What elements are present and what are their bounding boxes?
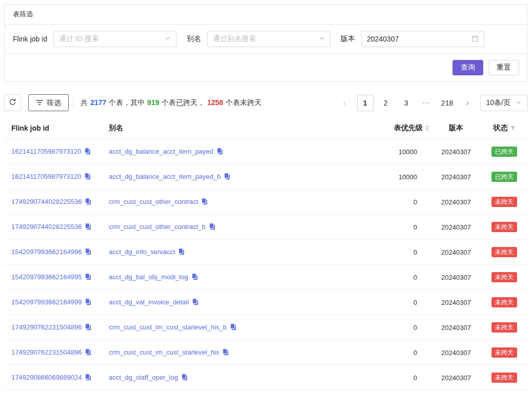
header-priority[interactable]: 表优先级	[375, 117, 431, 139]
query-button[interactable]: 查询	[452, 60, 483, 75]
refresh-button[interactable]	[4, 94, 21, 111]
copy-icon[interactable]	[85, 223, 91, 232]
priority-cell: 0	[375, 315, 431, 340]
flink-job-id-placeholder: 通过 ID 搜索	[59, 34, 99, 44]
not-crossed-count: 1258	[207, 98, 223, 107]
crossed-count: 919	[147, 98, 159, 107]
copy-icon[interactable]	[84, 173, 91, 181]
priority-cell: 10000	[375, 139, 431, 164]
alias-link[interactable]: acct_dg_bal_obj_modi_log	[109, 273, 188, 281]
field-flink-job-id: Flink job id 通过 ID 搜索	[13, 31, 176, 47]
header-job-id: Flink job id	[4, 117, 105, 139]
page-button-3[interactable]: 3	[398, 95, 415, 111]
priority-cell: 0	[375, 215, 431, 240]
copy-icon[interactable]	[209, 223, 215, 232]
summary-prefix: 共	[81, 98, 90, 107]
copy-icon[interactable]	[85, 298, 91, 307]
page-size-value: 10条/页	[486, 98, 510, 108]
version-date-input[interactable]: 20240307	[361, 31, 484, 47]
alias-select[interactable]: 通过别名搜索	[207, 31, 330, 47]
table-row: 1749290762231504896 crm_cust_cust_im_cus…	[4, 315, 528, 340]
job-id-link[interactable]: 1621411705987973120	[11, 148, 81, 155]
alias-link[interactable]: acct_dg_vat_invoice_detail	[109, 298, 189, 306]
table-row: 1621411705987973120 acct_dg_balance_acct…	[4, 164, 528, 190]
job-id-link[interactable]: 1542097993662164996	[11, 248, 82, 256]
alias-link[interactable]: crm_cust_cust_other_contract	[109, 198, 198, 205]
job-id-link[interactable]: 1542097993662164999	[11, 298, 82, 306]
header-status-label: 状态	[494, 123, 508, 132]
version-cell: 20240307	[431, 365, 481, 390]
copy-icon[interactable]	[230, 323, 237, 332]
status-badge: 未跨天	[491, 297, 517, 307]
priority-cell: 0	[375, 365, 431, 390]
copy-icon[interactable]	[201, 198, 208, 206]
copy-icon[interactable]	[85, 248, 91, 257]
version-cell: 20240307	[431, 265, 481, 290]
job-id-link[interactable]: 1749290762231504896	[11, 323, 82, 331]
header-priority-label: 表优先级	[394, 123, 423, 132]
job-id-link[interactable]: 1749290866069889024	[11, 374, 82, 381]
status-badge: 未跨天	[491, 222, 517, 232]
alias-link[interactable]: crm_cust_cust_im_cust_starlevel_his	[109, 348, 219, 356]
filter-panel: 表筛选 Flink job id 通过 ID 搜索 别名 通过别名搜索	[4, 4, 528, 82]
status-badge: 已跨天	[491, 147, 517, 157]
page-button-1[interactable]: 1	[357, 95, 373, 111]
copy-icon[interactable]	[84, 148, 91, 156]
copy-icon[interactable]	[216, 148, 223, 156]
flink-job-id-select[interactable]: 通过 ID 搜索	[53, 31, 176, 47]
copy-icon[interactable]	[191, 273, 198, 282]
table-row: 1749290744028225536 crm_cust_cust_other_…	[4, 215, 528, 240]
alias-link[interactable]: crm_cust_cust_im_cust_starlevel_his_b	[109, 323, 227, 331]
table-header: Flink job id 别名 表优先级 版本 状态	[4, 117, 528, 139]
copy-icon[interactable]	[178, 248, 185, 257]
page-size-select[interactable]: 10条/页	[480, 95, 528, 111]
copy-icon[interactable]	[224, 173, 230, 181]
table-row: 1542097993662164995 acct_dg_bal_obj_modi…	[4, 265, 528, 290]
page-ellipsis[interactable]: •••	[419, 95, 435, 111]
refresh-icon	[9, 98, 16, 108]
filter-lines-icon	[36, 99, 43, 107]
version-cell: 20240307	[431, 290, 481, 315]
calendar-icon	[471, 35, 479, 44]
alias-link[interactable]: acct_dg_balance_acct_item_payed_b	[109, 173, 221, 180]
table-row: 1749290744028225536 crm_cust_cust_other_…	[4, 190, 528, 215]
page-button-2[interactable]: 2	[378, 95, 394, 111]
reset-button[interactable]: 重置	[488, 60, 519, 75]
job-id-link[interactable]: 1749290744028225536	[11, 223, 82, 231]
funnel-filter-icon[interactable]	[510, 125, 516, 133]
alias-label: 别名	[187, 34, 201, 44]
job-id-link[interactable]: 1749290744028225536	[11, 198, 82, 205]
alias-link[interactable]: acct_dg_staff_oper_log	[109, 374, 178, 381]
field-alias: 别名 通过别名搜索	[187, 31, 330, 47]
filter-toggle-button[interactable]: 筛选	[28, 94, 69, 111]
copy-icon[interactable]	[85, 374, 91, 382]
summary-text: 共 2177 个表，其中 919 个表已跨天， 1258 个表未跨天	[81, 98, 262, 108]
alias-placeholder: 通过别名搜索	[213, 34, 256, 44]
sort-icon[interactable]	[425, 125, 429, 133]
status-badge: 未跨天	[491, 322, 517, 333]
page: 表筛选 Flink job id 通过 ID 搜索 别名 通过别名搜索	[0, 0, 532, 393]
header-version: 版本	[431, 117, 481, 139]
version-cell: 20240307	[431, 139, 481, 164]
copy-icon[interactable]	[85, 273, 91, 282]
alias-link[interactable]: crm_cust_cust_other_contract_b	[109, 223, 206, 231]
copy-icon[interactable]	[222, 348, 229, 357]
job-id-link[interactable]: 1542097993662164995	[11, 273, 82, 281]
next-page-button[interactable]: ›	[460, 95, 476, 111]
header-status[interactable]: 状态	[481, 117, 528, 139]
alias-link[interactable]: acct_dg_info_servacct	[109, 248, 175, 256]
priority-cell: 0	[375, 340, 431, 365]
job-id-link[interactable]: 1749290762231504896	[11, 348, 82, 356]
alias-link[interactable]: acct_dg_balance_acct_item_payed	[109, 148, 213, 155]
copy-icon[interactable]	[85, 323, 91, 332]
copy-icon[interactable]	[85, 198, 91, 206]
priority-cell: 0	[375, 265, 431, 290]
status-badge: 未跨天	[491, 373, 517, 383]
job-id-link[interactable]: 1621411705987973120	[11, 173, 81, 180]
chevron-down-icon	[319, 35, 325, 43]
page-button-last[interactable]: 218	[439, 95, 456, 111]
prev-page-button[interactable]: ‹	[337, 95, 353, 111]
copy-icon[interactable]	[181, 374, 188, 382]
copy-icon[interactable]	[192, 298, 199, 307]
copy-icon[interactable]	[85, 348, 91, 357]
